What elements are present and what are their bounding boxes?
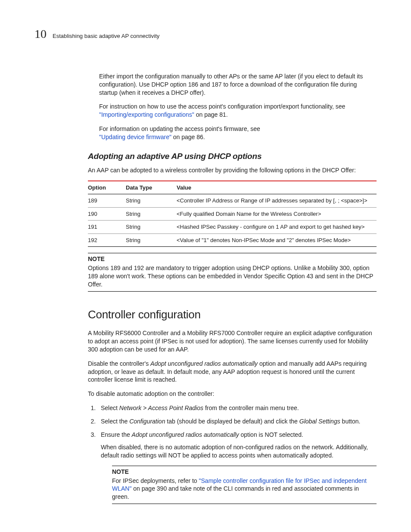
paragraph: Disable the controller's Adopt unconfigu… bbox=[88, 360, 377, 384]
col-header-value: Value bbox=[177, 181, 377, 194]
cell-datatype: String bbox=[126, 194, 177, 208]
cell-option: 192 bbox=[88, 233, 126, 247]
note-block: NOTE Options 189 and 192 are mandatory t… bbox=[88, 253, 377, 292]
note-body: For IPSec deployments, refer to "Sample … bbox=[112, 477, 377, 501]
chapter-number: 10 bbox=[34, 26, 47, 42]
text: on page 86. bbox=[171, 134, 205, 140]
text: on page 390 and take note of the CLI com… bbox=[112, 485, 359, 500]
heading-controller-config: Controller configuration bbox=[88, 307, 377, 322]
col-header-option: Option bbox=[88, 181, 126, 194]
cell-option: 191 bbox=[88, 221, 126, 234]
table-row: 190 String <Fully qualified Domain Name … bbox=[88, 207, 377, 221]
text: Disable the controller's bbox=[88, 360, 150, 367]
page-header: 10 Establishing basic adaptive AP connec… bbox=[34, 26, 377, 42]
text: For information on updating the access p… bbox=[99, 125, 260, 132]
subheading-adopting: Adopting an adaptive AP using DHCP optio… bbox=[88, 151, 377, 162]
cell-option: 189 bbox=[88, 194, 126, 208]
xref-link[interactable]: "Updating device firmware" bbox=[99, 134, 171, 140]
paragraph: Either import the configuration manually… bbox=[99, 72, 377, 97]
cell-option: 190 bbox=[88, 207, 126, 221]
paragraph: For information on updating the access p… bbox=[99, 125, 377, 141]
table-row: 189 String <Controller IP Address or Ran… bbox=[88, 194, 377, 208]
chapter-title: Establishing basic adaptive AP connectiv… bbox=[53, 32, 159, 40]
paragraph: To disable automatic adoption on the con… bbox=[88, 390, 377, 398]
note-heading: NOTE bbox=[88, 255, 377, 263]
dhcp-options-table: Option Data Type Value 189 String <Contr… bbox=[88, 180, 377, 247]
xref-link[interactable]: "Importing/exporting configurations" bbox=[99, 111, 194, 118]
ui-term: Configuration bbox=[129, 418, 165, 425]
cell-datatype: String bbox=[126, 233, 177, 247]
step-item: Ensure the Adopt unconfigured radios aut… bbox=[97, 431, 377, 460]
text: on page 81. bbox=[194, 111, 228, 118]
text: Ensure the bbox=[101, 431, 132, 438]
table-row: 192 String <Value of "1" denotes Non-IPS… bbox=[88, 233, 377, 247]
note-block: NOTE For IPSec deployments, refer to "Sa… bbox=[112, 466, 377, 504]
ui-term: Global Settings bbox=[299, 418, 340, 425]
ui-term: Adopt unconfigured radios automatically bbox=[132, 431, 239, 438]
cell-value: <Hashed IPSec Passkey - configure on 1 A… bbox=[177, 221, 377, 234]
text: Select bbox=[101, 404, 119, 411]
text: option is NOT selected. bbox=[239, 431, 303, 438]
text: For IPSec deployments, refer to bbox=[112, 477, 199, 484]
paragraph: For instruction on how to use the access… bbox=[99, 103, 377, 119]
text: tab (should be displayed be default) and… bbox=[165, 418, 299, 425]
text: Select the bbox=[101, 418, 129, 425]
note-heading: NOTE bbox=[112, 468, 377, 476]
table-header-row: Option Data Type Value bbox=[88, 181, 377, 194]
step-item: Select Network > Access Point Radios fro… bbox=[97, 404, 377, 412]
ui-term: Network > Access Point Radios bbox=[119, 404, 203, 411]
table-row: 191 String <Hashed IPSec Passkey - confi… bbox=[88, 221, 377, 234]
text: from the controller main menu tree. bbox=[203, 404, 299, 411]
steps-list: Select Network > Access Point Radios fro… bbox=[88, 404, 377, 459]
paragraph: A Mobility RFS6000 Controller and a Mobi… bbox=[88, 329, 377, 354]
cell-value: <Value of "1" denotes Non-IPSec Mode and… bbox=[177, 233, 377, 247]
cell-value: <Controller IP Address or Range of IP ad… bbox=[177, 194, 377, 208]
note-body: Options 189 and 192 are mandatory to tri… bbox=[88, 264, 377, 289]
cell-value: <Fully qualified Domain Name for the Wir… bbox=[177, 207, 377, 221]
cell-datatype: String bbox=[126, 207, 177, 221]
col-header-datatype: Data Type bbox=[126, 181, 177, 194]
text: button. bbox=[340, 418, 361, 425]
paragraph: An AAP can be adopted to a wireless cont… bbox=[88, 166, 377, 174]
cell-datatype: String bbox=[126, 221, 177, 234]
step-extra-text: When disabled, there is no automatic ado… bbox=[101, 443, 377, 460]
text: For instruction on how to use the access… bbox=[99, 103, 345, 110]
step-item: Select the Configuration tab (should be … bbox=[97, 417, 377, 426]
ui-term: Adopt unconfigured radios automatically bbox=[150, 360, 258, 367]
